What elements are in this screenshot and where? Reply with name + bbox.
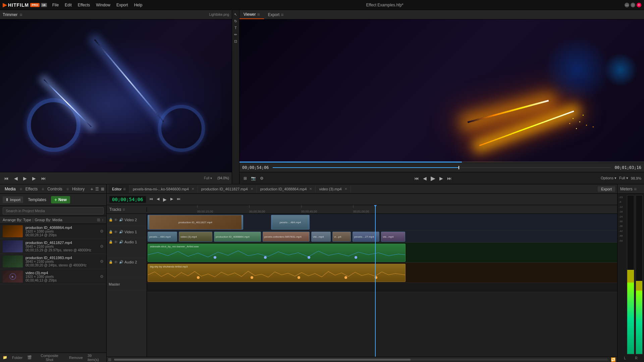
- keyframe-dot[interactable]: [308, 256, 310, 259]
- media-item[interactable]: production ID_4611827.mp4 3840 × 2160 pi…: [0, 239, 106, 254]
- track-lock-icon[interactable]: 🔒: [109, 230, 113, 234]
- arrange-label[interactable]: Arrange By: Type: [3, 218, 31, 222]
- remove-button[interactable]: Remove: [67, 355, 85, 360]
- group-label[interactable]: Group By: Media: [35, 218, 62, 222]
- controls-menu-icon[interactable]: ≡: [66, 187, 69, 191]
- media-item[interactable]: production ID_4088864.mp4 644 × 362 pi…: [0, 224, 106, 239]
- window-minimize[interactable]: —: [625, 3, 629, 7]
- export-menu-icon[interactable]: ≡: [281, 12, 283, 17]
- clip-v1-prod4088[interactable]: production ID_4088864.mp4: [214, 232, 261, 242]
- editor-tab-prod4611[interactable]: production ID_4611827.mp4 ✕: [198, 186, 257, 192]
- track-eye-icon[interactable]: 👁: [114, 218, 118, 222]
- trimmer-menu-icon[interactable]: ≡: [19, 12, 22, 17]
- keyframe-dot[interactable]: [251, 276, 253, 279]
- viewer-tab[interactable]: Viewer ≡: [239, 10, 264, 19]
- viewer-menu-icon[interactable]: ≡: [257, 12, 260, 17]
- keyframe-dot[interactable]: [197, 276, 200, 279]
- effects-menu-icon[interactable]: ≡: [42, 187, 44, 191]
- viewer-screenshot[interactable]: 📷: [250, 175, 257, 181]
- keyframe-dot[interactable]: [344, 276, 347, 279]
- close-tab-prod4088[interactable]: ✕: [309, 187, 312, 191]
- trimmer-next-frame[interactable]: ▶: [31, 175, 37, 182]
- search-input[interactable]: [3, 207, 104, 215]
- viewer-forward[interactable]: ⏭: [446, 175, 453, 182]
- clip-v1-pexels27[interactable]: pexels-...27.mp4: [353, 232, 379, 242]
- clip-v1-video3[interactable]: video (3).mp4: [179, 232, 212, 242]
- editor-menu-icon[interactable]: ≡: [123, 186, 126, 192]
- menu-effects[interactable]: Effects: [75, 2, 93, 8]
- export-button[interactable]: Export: [598, 186, 615, 192]
- editor-tab-prod4088[interactable]: production ID_4088864.mp4 ✕: [257, 186, 316, 192]
- media-settings-icon[interactable]: ⚙: [100, 259, 104, 264]
- viewer-rewind[interactable]: ⏮: [413, 175, 420, 182]
- tab-controls[interactable]: Controls: [45, 185, 65, 193]
- clip-v1-vi[interactable]: vi...p4: [332, 232, 351, 242]
- composite-shot-button[interactable]: Composite Shot: [35, 353, 64, 362]
- viewer-snap-toggle[interactable]: ⊞: [242, 175, 248, 181]
- clip-audio2-bigsky[interactable]: big-sky by shuhandz Artlist.mp3: [148, 264, 406, 282]
- track-lock-icon[interactable]: 🔒: [109, 218, 113, 222]
- text-tool[interactable]: T: [233, 25, 239, 31]
- close-tab-video3[interactable]: ✕: [344, 187, 347, 191]
- list-view-btn[interactable]: ☰: [95, 187, 99, 191]
- clip-v1-pexels484[interactable]: pexels-...484.mp4: [148, 232, 177, 242]
- keyframe-dot[interactable]: [375, 276, 377, 279]
- keyframe-dot[interactable]: [298, 276, 300, 279]
- viewer-settings-extra[interactable]: ⚙: [259, 175, 265, 181]
- tc-play[interactable]: ▶: [162, 196, 168, 203]
- tc-home[interactable]: ⏮: [148, 196, 154, 203]
- keyframe-dot[interactable]: [355, 256, 357, 259]
- track-lock-icon[interactable]: 🔒: [109, 240, 113, 244]
- folder-button[interactable]: Folder: [10, 355, 24, 360]
- cursor-tool[interactable]: ↖: [233, 11, 239, 17]
- trimmer-play[interactable]: ▶: [22, 175, 28, 182]
- viewer-play[interactable]: ▶: [429, 174, 437, 183]
- close-tab-prod4611[interactable]: ✕: [251, 187, 253, 191]
- track-eye-icon[interactable]: 👁: [114, 260, 118, 264]
- close-tab-pexels1[interactable]: ✕: [192, 187, 194, 191]
- add-panel-btn[interactable]: +: [91, 186, 93, 192]
- tc-end[interactable]: ⏭: [175, 196, 182, 203]
- menu-help[interactable]: Help: [131, 2, 145, 8]
- clip-video2-prod4611[interactable]: production ID_4611827.mp4: [148, 215, 243, 230]
- track-lock-icon[interactable]: 🔒: [109, 260, 113, 264]
- timecode-display[interactable]: 00;00;54;06: [109, 196, 146, 203]
- expand-icon[interactable]: ⊞: [108, 357, 111, 362]
- window-maximize[interactable]: □: [631, 3, 635, 7]
- media-menu-icon[interactable]: ≡: [20, 187, 22, 191]
- editor-tab-video3[interactable]: video (3).mp4 ✕: [316, 186, 351, 192]
- media-settings-icon[interactable]: ⚙: [100, 274, 104, 279]
- trimmer-prev-frame[interactable]: ◀: [13, 175, 19, 182]
- rotate-tool[interactable]: ↻: [233, 18, 239, 24]
- viewer-next-frame[interactable]: ▶: [438, 175, 444, 182]
- track-eye-icon[interactable]: 👁: [114, 230, 118, 234]
- viewer-prev-frame[interactable]: ◀: [422, 175, 428, 182]
- media-settings-icon[interactable]: ⚙: [100, 229, 104, 234]
- menu-export[interactable]: Export: [114, 2, 131, 8]
- menu-file[interactable]: File: [50, 2, 61, 8]
- clip-video2-pexels484[interactable]: pexels-...484.mp4: [271, 215, 310, 230]
- new-button[interactable]: + New: [51, 196, 70, 203]
- tab-history[interactable]: History: [69, 185, 87, 193]
- viewer-options[interactable]: Options ▾: [601, 176, 616, 180]
- tab-effects[interactable]: Effects: [23, 185, 40, 193]
- keyframe-dot[interactable]: [264, 256, 267, 259]
- menu-window[interactable]: Window: [93, 2, 113, 8]
- sort-icon[interactable]: ↕: [102, 218, 104, 222]
- media-item[interactable]: production ID_4911983.mp4 3840 × 2160 pi…: [0, 254, 106, 269]
- clip-v1-vld1[interactable]: vld...mp4: [311, 232, 331, 242]
- editor-tab-main[interactable]: Editor ≡: [109, 185, 129, 193]
- import-button[interactable]: ⬆ Import: [3, 196, 23, 203]
- tab-media[interactable]: Media: [2, 185, 18, 193]
- trimmer-rewind[interactable]: ⏮: [3, 175, 10, 182]
- clip-audio1-sidewalk[interactable]: sidewalk-strut_by_rex-banner_Artlist.wav: [148, 244, 406, 262]
- clip-v1-pexels-cotton[interactable]: pexels-cottonbro-5657831.mp4: [263, 232, 310, 242]
- export-tab[interactable]: Export ≡: [264, 11, 288, 19]
- templates-button[interactable]: Templates: [25, 196, 49, 203]
- grid-view-btn[interactable]: ⊞: [101, 187, 104, 191]
- filter-icon[interactable]: ⊞: [97, 218, 100, 222]
- media-item[interactable]: ▶ video (3).mp4 644 × 362 pixels 00;00…: [0, 269, 106, 284]
- clip-v1-vld2[interactable]: vld...mp4: [381, 232, 405, 242]
- menu-edit[interactable]: Edit: [62, 2, 74, 8]
- window-close[interactable]: ✕: [637, 3, 641, 7]
